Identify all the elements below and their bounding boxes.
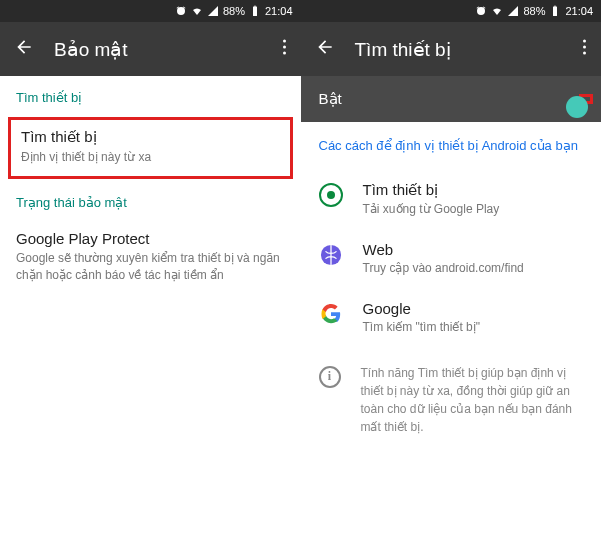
wifi-icon <box>191 5 203 17</box>
wifi-icon <box>491 5 503 17</box>
svg-point-2 <box>283 52 286 55</box>
app-title: Web <box>363 241 524 258</box>
phone-left-security-settings: 88% 21:04 Bảo mật Tìm thiết bị Tìm thiết… <box>0 0 301 535</box>
header-bar: Tìm thiết bị <box>301 22 602 76</box>
clock-text: 21:04 <box>265 5 293 17</box>
alarm-icon <box>175 5 187 17</box>
battery-icon <box>549 5 561 17</box>
svg-point-3 <box>583 40 586 43</box>
info-row: i Tính năng Tìm thiết bị giúp bạn định v… <box>301 348 602 452</box>
item-title: Google Play Protect <box>16 230 285 247</box>
svg-point-4 <box>583 46 586 49</box>
phone-right-find-device: 88% 21:04 Tìm thiết bị Bật Các cách để đ… <box>301 0 602 535</box>
item-subtitle: Google sẽ thường xuyên kiểm tra thiết bị… <box>16 250 285 284</box>
battery-icon <box>249 5 261 17</box>
clock-text: 21:04 <box>565 5 593 17</box>
header-bar: Bảo mật <box>0 22 301 76</box>
page-title: Tìm thiết bị <box>355 38 563 61</box>
toggle-label: Bật <box>319 90 580 108</box>
section-label-security-status: Trạng thái bảo mật <box>0 181 301 220</box>
battery-pct: 88% <box>223 5 245 17</box>
app-row-google[interactable]: Google Tìm kiếm "tìm thiết bị" <box>301 288 602 347</box>
back-button[interactable] <box>315 37 335 61</box>
overflow-menu-button[interactable] <box>582 38 587 60</box>
app-subtitle: Tải xuống từ Google Play <box>363 201 500 217</box>
back-button[interactable] <box>14 37 34 61</box>
help-link[interactable]: Các cách để định vị thiết bị Android của… <box>301 122 602 169</box>
signal-icon <box>207 5 219 17</box>
app-subtitle: Tìm kiếm "tìm thiết bị" <box>363 319 481 335</box>
globe-icon <box>319 243 343 267</box>
app-title: Tìm thiết bị <box>363 181 500 199</box>
item-title: Tìm thiết bị <box>21 128 280 146</box>
find-device-app-icon <box>319 183 343 207</box>
info-icon: i <box>319 366 341 388</box>
signal-icon <box>507 5 519 17</box>
app-subtitle: Truy cập vào android.com/find <box>363 260 524 276</box>
app-row-web[interactable]: Web Truy cập vào android.com/find <box>301 229 602 288</box>
google-g-icon <box>319 302 343 326</box>
item-subtitle: Định vị thiết bị này từ xa <box>21 149 280 166</box>
list-item-find-device[interactable]: Tìm thiết bị Định vị thiết bị này từ xa <box>21 128 280 166</box>
content-area: Tìm thiết bị Tìm thiết bị Định vị thiết … <box>0 76 301 535</box>
page-title: Bảo mật <box>54 38 262 61</box>
svg-point-1 <box>283 46 286 49</box>
toggle-row: Bật <box>301 76 602 122</box>
highlight-toggle <box>579 94 593 104</box>
app-title: Google <box>363 300 481 317</box>
content-area: Bật Các cách để định vị thiết bị Android… <box>301 76 602 535</box>
status-bar: 88% 21:04 <box>0 0 301 22</box>
overflow-menu-button[interactable] <box>282 38 287 60</box>
svg-point-0 <box>283 40 286 43</box>
battery-pct: 88% <box>523 5 545 17</box>
toggle-knob <box>566 96 588 118</box>
list-item-play-protect[interactable]: Google Play Protect Google sẽ thường xuy… <box>0 220 301 296</box>
app-row-find-device[interactable]: Tìm thiết bị Tải xuống từ Google Play <box>301 169 602 229</box>
alarm-icon <box>475 5 487 17</box>
info-text: Tính năng Tìm thiết bị giúp bạn định vị … <box>361 364 584 436</box>
status-bar: 88% 21:04 <box>301 0 602 22</box>
svg-point-7 <box>327 191 335 199</box>
section-label-find-device: Tìm thiết bị <box>0 76 301 115</box>
highlight-find-device: Tìm thiết bị Định vị thiết bị này từ xa <box>8 117 293 179</box>
svg-point-5 <box>583 52 586 55</box>
